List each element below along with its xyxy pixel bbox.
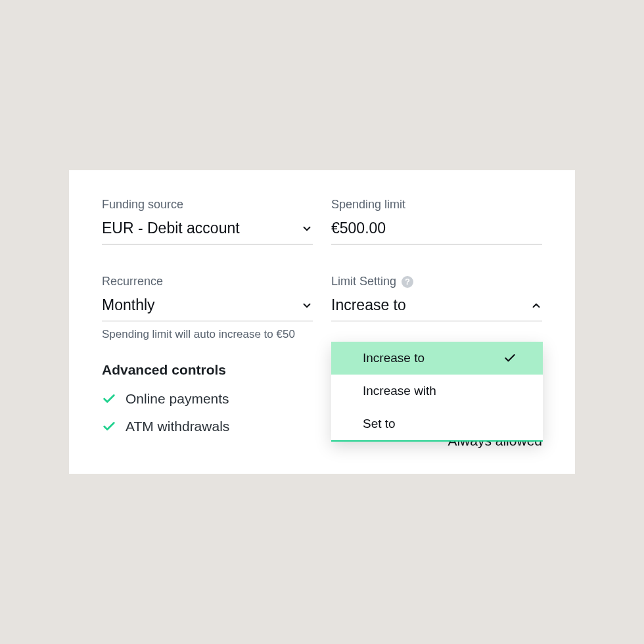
recurrence-label: Recurrence bbox=[102, 275, 313, 288]
row-1: Funding source EUR - Debit account Spend… bbox=[102, 198, 542, 244]
dropdown-option-set-to[interactable]: Set to bbox=[331, 407, 543, 440]
funding-source-select[interactable]: EUR - Debit account bbox=[102, 216, 313, 244]
chevron-up-icon bbox=[530, 300, 542, 311]
check-icon bbox=[102, 392, 116, 406]
spending-limit-value: €500.00 bbox=[331, 219, 386, 237]
control-label: ATM withdrawals bbox=[126, 419, 229, 434]
limit-setting-label-text: Limit Setting bbox=[331, 275, 396, 288]
row-2: Recurrence Monthly Spending limit will a… bbox=[102, 275, 542, 341]
limit-setting-dropdown: Increase to Increase with Set to bbox=[331, 342, 543, 442]
spending-limit-field: Spending limit €500.00 bbox=[331, 198, 542, 244]
chevron-down-icon bbox=[301, 300, 313, 311]
limit-setting-value: Increase to bbox=[331, 296, 406, 314]
dropdown-option-label: Set to bbox=[363, 417, 396, 431]
help-icon[interactable]: ? bbox=[402, 276, 413, 288]
limit-setting-field: Limit Setting ? Increase to Increase to … bbox=[331, 275, 542, 341]
recurrence-select[interactable]: Monthly bbox=[102, 292, 313, 321]
control-label: Online payments bbox=[126, 391, 229, 407]
dropdown-option-increase-with[interactable]: Increase with bbox=[331, 375, 543, 407]
funding-source-field: Funding source EUR - Debit account bbox=[102, 198, 313, 244]
limit-setting-label: Limit Setting ? bbox=[331, 275, 542, 288]
recurrence-value: Monthly bbox=[102, 296, 155, 314]
dropdown-option-increase-to[interactable]: Increase to bbox=[331, 342, 543, 375]
check-icon bbox=[503, 352, 517, 365]
spending-limit-label: Spending limit bbox=[331, 198, 542, 212]
spending-limit-input[interactable]: €500.00 bbox=[331, 216, 542, 244]
recurrence-helper: Spending limit will auto increase to €50 bbox=[102, 328, 313, 341]
limit-setting-select[interactable]: Increase to bbox=[331, 292, 542, 321]
recurrence-field: Recurrence Monthly Spending limit will a… bbox=[102, 275, 313, 341]
chevron-down-icon bbox=[301, 223, 313, 235]
dropdown-option-label: Increase with bbox=[363, 384, 436, 398]
funding-source-value: EUR - Debit account bbox=[102, 219, 240, 237]
funding-source-label: Funding source bbox=[102, 198, 313, 212]
dropdown-option-label: Increase to bbox=[363, 351, 425, 365]
settings-card: Funding source EUR - Debit account Spend… bbox=[69, 170, 575, 474]
check-icon bbox=[102, 419, 116, 434]
